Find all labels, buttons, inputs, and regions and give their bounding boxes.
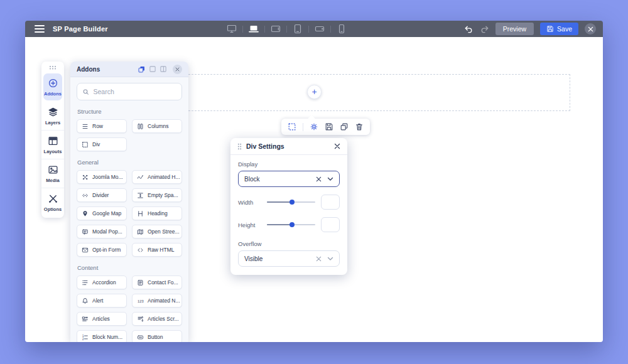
close-builder-button[interactable] (585, 23, 596, 35)
addon-modal-popup[interactable]: Modal Pop... (77, 225, 127, 238)
preview-label: Preview (503, 25, 526, 33)
close-popup-icon[interactable] (334, 143, 340, 149)
section-label-content: Content (77, 264, 181, 271)
sidebar-item-layouts[interactable]: Layouts (41, 130, 64, 159)
addons-panel-title: Addons (77, 66, 100, 73)
addon-row[interactable]: Row (77, 119, 127, 133)
width-slider-knob[interactable] (290, 200, 295, 205)
addon-open-street-map[interactable]: Open Stree... (132, 225, 182, 238)
device-mobile-portrait-icon[interactable] (335, 23, 349, 35)
div-icon (82, 141, 89, 148)
addon-alert[interactable]: Alert (77, 294, 127, 308)
joomla-icon (82, 174, 89, 181)
addon-heading[interactable]: Heading (132, 206, 182, 220)
addon-articles[interactable]: Articles (77, 312, 127, 326)
device-preview-switcher (225, 21, 349, 37)
envelope-icon (82, 247, 89, 254)
addon-articles-scroller[interactable]: Articles Scr... (132, 312, 182, 326)
device-mobile-landscape-icon[interactable] (313, 23, 327, 35)
structure-addons-grid: Row Columns Div (77, 119, 182, 151)
detach-panel-icon[interactable] (138, 65, 146, 73)
height-field-row: Height (238, 217, 340, 232)
sidebar-drag-handle-icon[interactable] (41, 62, 64, 72)
chevron-down-icon[interactable] (327, 257, 333, 261)
duplicate-icon[interactable] (340, 122, 349, 131)
addon-animated-number[interactable]: 123 Animated N... (132, 294, 182, 308)
addon-animated-heading[interactable]: Animated H... (132, 170, 182, 184)
sidebar-item-addons[interactable]: Addons (43, 73, 62, 100)
addon-joomla-module[interactable]: Joomla Mo... (77, 170, 127, 184)
sidebar-item-label: Layouts (44, 149, 62, 154)
addon-block-number[interactable]: 12 Block Num... (77, 330, 127, 342)
height-input[interactable] (321, 217, 340, 232)
sidebar-item-media[interactable]: Media (41, 159, 64, 188)
addon-columns[interactable]: Columns (132, 119, 182, 133)
sidebar-item-label: Addons (44, 91, 62, 97)
height-slider-knob[interactable] (290, 222, 295, 227)
settings-gear-icon[interactable] (310, 122, 318, 131)
preview-button[interactable]: Preview (495, 23, 534, 35)
street-map-icon (137, 228, 144, 235)
width-input[interactable] (321, 195, 340, 210)
addon-raw-html[interactable]: Raw HTML (132, 243, 182, 257)
search-icon (82, 88, 89, 96)
addon-button[interactable]: Button (132, 330, 182, 342)
overflow-select[interactable]: Visible (238, 250, 340, 267)
delete-trash-icon[interactable] (355, 122, 364, 131)
device-tablet-landscape-icon[interactable] (269, 23, 283, 35)
dock-right-icon[interactable] (160, 65, 167, 73)
clear-icon[interactable] (316, 256, 322, 262)
addon-optin-form[interactable]: Opt-in Form (77, 243, 127, 257)
height-slider[interactable] (267, 220, 315, 229)
addon-div[interactable]: Div (77, 137, 127, 151)
popup-drag-handle-icon[interactable] (237, 143, 242, 150)
addon-empty-space[interactable]: Empty Spa... (132, 188, 182, 202)
device-desktop-icon[interactable] (225, 23, 239, 35)
div-settings-body: Display Block Width Height (230, 155, 347, 275)
addon-divider[interactable]: Divider (77, 188, 127, 202)
hamburger-menu-icon[interactable] (35, 24, 45, 33)
animated-heading-icon (137, 174, 144, 181)
addon-label: Alert (92, 297, 103, 304)
device-tablet-portrait-icon[interactable] (291, 23, 305, 35)
undo-icon[interactable] (464, 24, 474, 34)
sidebar-item-options[interactable]: Options (41, 188, 64, 217)
articles-icon (82, 316, 89, 323)
divider-icon (82, 192, 89, 199)
addon-contact-form[interactable]: Contact Fo... (132, 276, 182, 289)
sidebar-item-label: Media (46, 178, 59, 183)
contact-form-icon (137, 279, 144, 286)
dock-left-icon[interactable] (149, 65, 156, 73)
modal-popup-icon (82, 228, 89, 235)
columns-icon (137, 123, 144, 130)
topbar-actions: Preview Save (464, 23, 603, 35)
save-button[interactable]: Save (540, 23, 578, 35)
width-label: Width (238, 199, 267, 206)
width-field-row: Width (238, 195, 340, 210)
addon-label: Row (92, 123, 103, 129)
addon-accordion[interactable]: Accordion (77, 276, 127, 289)
display-label: Display (238, 161, 340, 168)
content-addons-grid: Accordion Contact Fo... Alert 123 Animat… (77, 276, 182, 342)
app-title: SP Page Builder (53, 25, 108, 33)
addon-label: Contact Fo... (148, 279, 178, 286)
clear-icon[interactable] (316, 176, 322, 182)
div-handle-icon[interactable] (288, 122, 296, 131)
animated-number-icon: 123 (137, 297, 144, 304)
empty-space-icon (137, 192, 144, 199)
chevron-down-icon[interactable] (327, 177, 333, 181)
addon-google-map[interactable]: Google Map (77, 206, 127, 220)
add-row-button[interactable]: + (307, 85, 322, 99)
close-addons-panel-button[interactable] (173, 65, 182, 74)
device-separator (308, 26, 309, 33)
tools-icon (48, 193, 58, 204)
search-input[interactable] (93, 88, 176, 95)
device-laptop-icon[interactable] (247, 23, 261, 35)
sidebar-item-layers[interactable]: Layers (41, 102, 64, 130)
row-icon (82, 123, 89, 130)
div-settings-header: Div Settings (230, 138, 347, 155)
redo-icon[interactable] (480, 24, 489, 34)
width-slider[interactable] (267, 198, 315, 206)
display-select[interactable]: Block (238, 171, 340, 187)
save-addon-icon[interactable] (325, 122, 333, 131)
